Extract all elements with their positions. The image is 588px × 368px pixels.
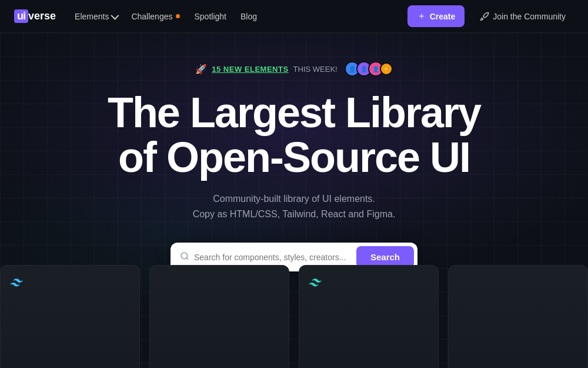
tailwind-icon	[10, 275, 23, 290]
search-input[interactable]	[194, 253, 352, 262]
nav-spotlight[interactable]: Spotlight	[194, 12, 226, 21]
avatar: +	[380, 62, 393, 75]
nav-right: ＋ Create Join the Community	[407, 5, 574, 27]
card-3[interactable]	[299, 265, 439, 368]
card-2[interactable]	[149, 265, 289, 368]
rocket-nav-icon	[480, 12, 489, 21]
nav-left: uiverse Elements Challenges Spotlight Bl…	[14, 9, 257, 23]
tailwind-icon-2	[309, 275, 322, 290]
plus-icon: ＋	[417, 10, 426, 22]
card-4[interactable]	[448, 265, 588, 368]
hero-section: 🚀 15 NEW ELEMENTS THIS WEEK! 👤 👤 👤 + The…	[0, 33, 588, 368]
svg-point-0	[181, 253, 188, 259]
create-button[interactable]: ＋ Create	[407, 5, 465, 27]
card-1[interactable]	[0, 265, 140, 368]
logo-ui: ui	[14, 9, 28, 23]
chevron-down-icon	[111, 11, 119, 19]
badge-text: THIS WEEK!	[293, 65, 338, 74]
rocket-icon: 🚀	[195, 64, 207, 75]
navbar: uiverse Elements Challenges Spotlight Bl…	[0, 0, 588, 33]
logo-verse: verse	[28, 10, 56, 22]
hero-subtitle: Community-built library of UI elements. …	[193, 191, 396, 221]
nav-challenges[interactable]: Challenges	[131, 12, 180, 21]
nav-links: Elements Challenges Spotlight Blog	[75, 12, 257, 21]
cards-section	[0, 265, 588, 368]
hero-badge: 🚀 15 NEW ELEMENTS THIS WEEK! 👤 👤 👤 +	[195, 61, 392, 77]
logo[interactable]: uiverse	[14, 9, 56, 23]
badge-avatars: 👤 👤 👤 +	[345, 61, 393, 77]
search-icon	[180, 251, 189, 263]
join-community-button[interactable]: Join the Community	[472, 7, 574, 26]
hero-title: The Largest Library of Open-Source UI	[108, 91, 480, 180]
badge-link[interactable]: 15 NEW ELEMENTS	[212, 65, 288, 74]
challenges-dot	[176, 14, 180, 18]
nav-elements[interactable]: Elements	[75, 12, 117, 21]
nav-blog[interactable]: Blog	[240, 12, 257, 21]
